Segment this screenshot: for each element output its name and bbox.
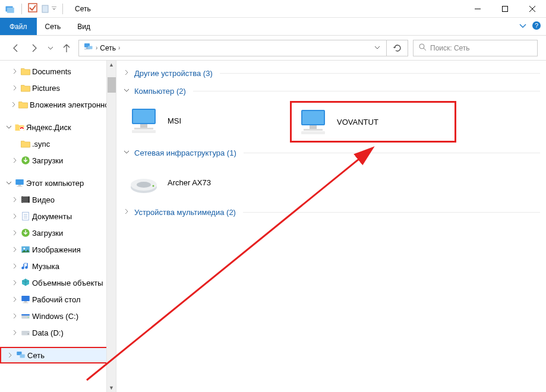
tree-item-загрузки[interactable]: Загрузки (0, 225, 116, 241)
network-item-vovantut[interactable]: VOVANTUT (290, 101, 456, 143)
tree-item-label: Windows (C:) (32, 312, 78, 321)
tab-view[interactable]: Вид (69, 18, 99, 35)
chevron-icon[interactable] (5, 180, 13, 186)
svg-rect-1 (7, 7, 14, 12)
chevron-icon[interactable] (11, 296, 19, 302)
tree-item-pictures[interactable]: Pictures (0, 80, 116, 96)
group-header[interactable]: Другие устройства (3) (122, 64, 540, 82)
chevron-icon[interactable] (11, 157, 19, 163)
tree-item-label: Видео (32, 195, 55, 204)
chevron-icon[interactable] (11, 246, 19, 252)
svg-rect-18 (15, 179, 24, 185)
chevron-icon[interactable] (122, 69, 131, 77)
group-label: Другие устройства (3) (134, 69, 213, 78)
tree-item-изображения[interactable]: Изображения (0, 241, 116, 258)
svg-rect-52 (304, 129, 323, 131)
help-icon[interactable]: ? (532, 21, 541, 32)
tree-item--sync[interactable]: .sync (0, 135, 116, 152)
group-label: Компьютер (2) (134, 87, 186, 96)
maximize-button[interactable] (491, 0, 519, 18)
svg-rect-20 (17, 186, 23, 186)
svg-rect-46 (140, 124, 147, 128)
breadcrumb-network[interactable]: Сеть (100, 44, 116, 52)
group-header[interactable]: Устройства мультимедиа (2) (122, 203, 540, 221)
chevron-icon[interactable] (122, 208, 131, 216)
network-icon (83, 42, 93, 54)
svg-rect-13 (88, 46, 93, 49)
computer-icon (126, 104, 162, 137)
tree-item-label: Сеть (27, 351, 45, 360)
svg-point-33 (23, 248, 25, 249)
svg-rect-50 (302, 111, 324, 124)
chevron-icon[interactable] (11, 330, 19, 336)
tab-network[interactable]: Сеть (37, 18, 70, 35)
refresh-button[interactable] (387, 40, 408, 56)
folder-icon (18, 99, 29, 110)
back-button[interactable] (8, 41, 23, 55)
close-button[interactable] (519, 0, 546, 18)
tab-file[interactable]: Файл (0, 18, 37, 35)
svg-point-26 (22, 201, 23, 201)
tree-item-вложения-электронной-почты[interactable]: Вложения электронной почты (0, 96, 116, 113)
tree-item-рабочий-стол[interactable]: Рабочий стол (0, 291, 116, 308)
group-header[interactable]: Компьютер (2) (122, 82, 540, 100)
nav-tree: DocumentsPicturesВложения электронной по… (0, 61, 116, 392)
chevron-icon[interactable] (11, 230, 19, 236)
ribbon: Файл Сеть Вид ? (0, 18, 546, 36)
search-box[interactable]: Поиск: Сеть (413, 40, 538, 56)
tree-item-label: Вложения электронной почты (30, 100, 116, 109)
tree-item-видео[interactable]: Видео (0, 191, 116, 208)
chevron-icon[interactable] (11, 313, 19, 319)
svg-point-24 (22, 197, 23, 198)
chevron-icon[interactable] (11, 197, 19, 203)
chevron-icon[interactable] (6, 352, 14, 358)
desktop-icon (20, 294, 31, 305)
qat-dropdown-icon[interactable] (41, 4, 56, 14)
tree-item-музыка[interactable]: Музыка (0, 258, 116, 274)
group-header[interactable]: Сетевая инфраструктура (1) (122, 144, 540, 162)
tree-item-документы[interactable]: Документы (0, 208, 116, 225)
chevron-icon[interactable] (122, 149, 131, 156)
docs-icon (20, 211, 31, 222)
svg-rect-3 (42, 5, 48, 12)
tree-item-объемные-объекты[interactable]: Объемные объекты (0, 274, 116, 291)
chevron-icon[interactable] (11, 102, 17, 108)
network-item-msi[interactable]: MSI (122, 100, 289, 141)
computer-icon (295, 105, 331, 138)
ribbon-expand-icon[interactable] (519, 21, 527, 31)
forward-button[interactable] (27, 41, 42, 55)
tree-item-windows-c-[interactable]: Windows (C:) (0, 308, 116, 324)
tree-item-загрузки[interactable]: Загрузки (0, 152, 116, 169)
download-icon (20, 227, 31, 238)
svg-rect-45 (133, 110, 154, 123)
address-bar[interactable]: › Сеть › (78, 40, 387, 56)
svg-rect-48 (132, 130, 156, 133)
tree-item-label: Изображения (32, 245, 81, 254)
tree-item-яндекс-диск[interactable]: Яндекс.Диск (0, 119, 116, 135)
chevron-icon[interactable] (11, 213, 19, 219)
drive2-icon (20, 327, 31, 338)
qat-checkbox-icon[interactable] (28, 3, 37, 14)
chevron-icon[interactable] (11, 280, 19, 286)
network-item-archer ax73[interactable]: Archer AX73 (122, 162, 289, 203)
folder-icon (20, 66, 31, 77)
minimize-button[interactable] (464, 0, 491, 18)
item-label: MSI (168, 116, 181, 125)
up-button[interactable] (59, 41, 74, 55)
tree-item-data-d-[interactable]: Data (D:) (0, 324, 116, 341)
chevron-icon[interactable] (11, 263, 19, 269)
tree-item-сеть[interactable]: Сеть (0, 347, 116, 363)
tree-item-documents[interactable]: Documents (0, 63, 116, 80)
chevron-icon[interactable] (11, 85, 19, 91)
chevron-icon[interactable] (122, 87, 131, 94)
svg-rect-51 (310, 125, 317, 129)
tree-item-label: Рабочий стол (32, 295, 81, 304)
tree-item-этот-компьютер[interactable]: Этот компьютер (0, 175, 116, 191)
history-dropdown-icon[interactable] (46, 41, 55, 55)
chevron-icon[interactable] (5, 124, 13, 130)
chevron-icon[interactable] (11, 68, 19, 74)
svg-rect-40 (21, 331, 30, 336)
router-icon (126, 166, 162, 199)
address-dropdown-icon[interactable] (374, 44, 380, 52)
sidebar-scrollbar[interactable]: ▲ ▼ (106, 61, 116, 392)
